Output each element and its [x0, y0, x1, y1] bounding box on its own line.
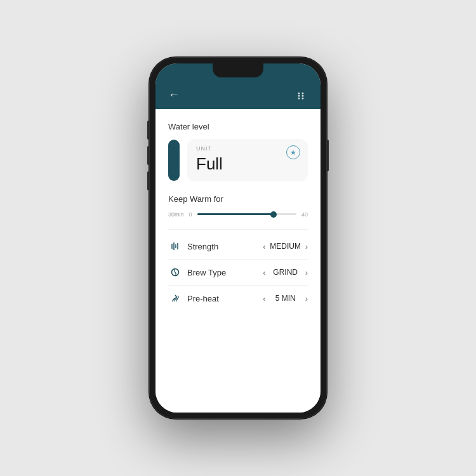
brew-type-prev-button[interactable]: ‹	[263, 268, 265, 277]
unit-value: Full	[196, 154, 299, 174]
preheat-icon	[168, 293, 182, 303]
unit-label: UNIT	[196, 145, 299, 152]
preheat-next-button[interactable]: ›	[305, 294, 308, 303]
strength-value: MEDIUM	[270, 242, 301, 251]
back-button[interactable]: ←	[168, 88, 180, 102]
preheat-prev-button[interactable]: ‹	[263, 294, 265, 303]
preheat-controls: ‹ 5 MIN ›	[263, 294, 308, 303]
strength-label: Strength	[187, 242, 263, 251]
favorite-icon[interactable]: ★	[286, 145, 300, 159]
water-level-container: UNIT Full ★	[168, 139, 308, 182]
water-level-title: Water level	[168, 122, 308, 131]
brew-type-controls: ‹ GRIND ›	[263, 268, 308, 277]
water-level-indicator	[168, 140, 180, 181]
slider-fill	[197, 213, 275, 215]
phone-device: ← Water level UNIT Full	[149, 57, 327, 419]
strength-row: Strength ‹ MEDIUM ›	[168, 234, 308, 260]
slider-track	[197, 213, 296, 215]
slider-current-label: 30min	[168, 211, 184, 218]
unit-card: UNIT Full ★	[187, 139, 308, 182]
svg-point-3	[302, 95, 304, 97]
slider-container[interactable]	[197, 213, 296, 216]
svg-point-2	[298, 95, 300, 97]
svg-point-4	[298, 98, 300, 100]
brew-type-label: Brew Type	[187, 268, 263, 277]
slider-min-num: 0	[189, 211, 192, 218]
svg-point-0	[298, 93, 300, 95]
phone-notch	[213, 63, 263, 77]
strength-next-button[interactable]: ›	[305, 242, 308, 251]
preheat-row: Pre-heat ‹ 5 MIN ›	[168, 286, 308, 311]
grid-menu-button[interactable]	[298, 91, 308, 102]
keep-warm-title: Keep Warm for	[168, 194, 308, 204]
settings-section: Strength ‹ MEDIUM › Brew T	[168, 229, 308, 311]
strength-prev-button[interactable]: ‹	[263, 242, 265, 251]
svg-point-5	[302, 98, 304, 100]
strength-controls: ‹ MEDIUM ›	[263, 242, 308, 251]
phone-screen: ← Water level UNIT Full	[155, 63, 321, 413]
strength-icon	[168, 241, 182, 251]
brew-type-row: Brew Type ‹ GRIND ›	[168, 260, 308, 286]
preheat-label: Pre-heat	[187, 294, 263, 303]
brew-type-next-button[interactable]: ›	[305, 268, 308, 277]
slider-max-num: 40	[301, 211, 308, 218]
svg-point-1	[302, 93, 304, 95]
content-area: Water level UNIT Full ★ Keep Warm for 30…	[155, 109, 321, 413]
preheat-value: 5 MIN	[270, 294, 301, 303]
slider-row: 30min 0 40	[168, 211, 308, 218]
slider-thumb[interactable]	[270, 211, 277, 218]
brew-type-icon	[168, 267, 182, 277]
keep-warm-section: Keep Warm for 30min 0 40	[168, 194, 308, 218]
brew-type-value: GRIND	[270, 268, 301, 277]
